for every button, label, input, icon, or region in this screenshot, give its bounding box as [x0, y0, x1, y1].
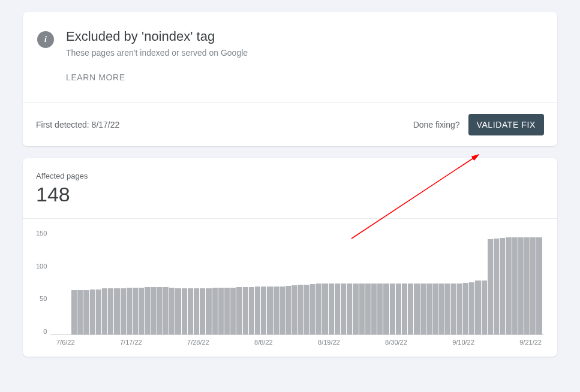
x-tick: 7/28/22	[187, 339, 209, 346]
chart-bar	[83, 290, 89, 334]
chart-bar	[316, 284, 321, 334]
chart-bar	[77, 290, 83, 334]
chart-bar	[322, 284, 327, 334]
chart-bar	[335, 284, 340, 334]
chart-x-axis: 7/6/227/17/227/28/228/8/228/19/228/30/22…	[36, 339, 544, 346]
chart-bar	[457, 284, 462, 334]
chart-bar	[451, 284, 456, 334]
chart-bar	[96, 290, 101, 334]
chart-bar	[390, 284, 395, 334]
x-tick: 8/8/22	[254, 339, 273, 346]
info-icon: i	[37, 31, 54, 48]
chart-bar	[536, 237, 542, 334]
chart-divider	[23, 218, 557, 219]
chart-bar	[151, 287, 157, 334]
chart-bar	[218, 288, 224, 334]
chart-bar	[286, 286, 291, 334]
chart-bar	[500, 238, 505, 334]
first-detected-label: First detected: 8/17/22	[36, 120, 119, 129]
chart-bar	[200, 288, 205, 334]
chart-bar	[182, 288, 187, 334]
chart-bar	[475, 281, 480, 334]
chart-bar	[188, 288, 193, 334]
learn-more-link[interactable]: LEARN MORE	[66, 73, 125, 82]
chart-bar	[108, 288, 113, 334]
y-tick: 0	[36, 328, 47, 335]
chart-bar	[102, 288, 107, 334]
chart-bar	[133, 288, 138, 334]
affected-pages-label: Affected pages	[36, 171, 544, 180]
chart-bar	[139, 288, 144, 334]
chart-bar	[353, 284, 358, 334]
chart-bar	[359, 284, 365, 334]
chart-bar	[524, 237, 530, 334]
header-bottom: First detected: 8/17/22 Done fixing? VAL…	[23, 102, 557, 146]
chart-bar	[512, 237, 518, 334]
fix-actions: Done fixing? VALIDATE FIX	[413, 114, 544, 135]
chart-bar	[463, 283, 468, 334]
chart-bar	[280, 287, 285, 334]
header-text: Excluded by 'noindex' tag These pages ar…	[66, 29, 248, 95]
x-tick: 8/30/22	[385, 339, 407, 346]
chart-bar	[291, 285, 297, 334]
chart-bar	[506, 237, 511, 334]
x-tick: 8/19/22	[318, 339, 340, 346]
chart-bar	[163, 287, 169, 334]
issue-subtitle: These pages aren't indexed or served on …	[66, 48, 248, 58]
chart-bar	[488, 239, 493, 334]
chart-plot-wrap: 150100500	[36, 230, 544, 335]
issue-header-card: i Excluded by 'noindex' tag These pages …	[23, 12, 557, 146]
chart-bar	[230, 288, 236, 334]
chart-bar	[371, 284, 377, 334]
chart-bar	[444, 284, 450, 334]
y-tick: 150	[36, 230, 47, 237]
chart-bar	[243, 287, 248, 334]
chart-bar	[304, 285, 309, 334]
chart-bar	[383, 284, 389, 334]
chart-bar	[90, 290, 95, 334]
affected-pages-count: 148	[36, 183, 544, 206]
chart-plot[interactable]	[50, 230, 544, 335]
chart-bar	[114, 288, 119, 334]
chart-bar	[518, 237, 524, 334]
done-fixing-label: Done fixing?	[413, 120, 460, 129]
chart-bar	[402, 284, 407, 334]
x-tick: 7/6/22	[56, 339, 75, 346]
affected-pages-card: Affected pages 148 150100500 7/6/227/17/…	[23, 158, 557, 357]
chart-bar	[145, 287, 150, 334]
chart-bar	[206, 288, 211, 334]
chart-bar	[169, 288, 175, 334]
chart-bar	[267, 287, 272, 334]
chart-bar	[438, 284, 444, 334]
chart-bars	[50, 230, 544, 334]
chart-bar	[261, 287, 266, 334]
issue-title: Excluded by 'noindex' tag	[66, 29, 248, 44]
chart-bar	[310, 284, 315, 334]
chart-bar	[426, 284, 432, 334]
chart-bar	[365, 284, 371, 334]
chart-bar	[494, 239, 499, 334]
x-tick: 7/17/22	[120, 339, 142, 346]
chart-bar	[236, 287, 242, 334]
chart-bar	[414, 284, 419, 334]
chart-bar	[341, 284, 346, 334]
chart-bar	[530, 237, 536, 334]
chart-bar	[297, 285, 303, 334]
chart-bar	[121, 288, 126, 334]
chart-bar	[377, 284, 383, 334]
chart-bar	[347, 284, 352, 334]
chart-bar	[71, 290, 77, 334]
x-tick: 9/21/22	[519, 339, 542, 346]
chart-bar	[420, 284, 426, 334]
chart-bar	[127, 288, 132, 334]
chart-bar	[432, 284, 438, 334]
chart-bar	[408, 284, 413, 334]
validate-fix-button[interactable]: VALIDATE FIX	[468, 114, 544, 135]
chart-bar	[224, 288, 230, 334]
chart-bar	[157, 287, 163, 334]
y-tick: 100	[36, 263, 47, 270]
chart-bar	[212, 288, 218, 334]
chart-bar	[482, 281, 487, 334]
chart-bar	[249, 287, 254, 334]
chart-bar	[175, 288, 181, 334]
